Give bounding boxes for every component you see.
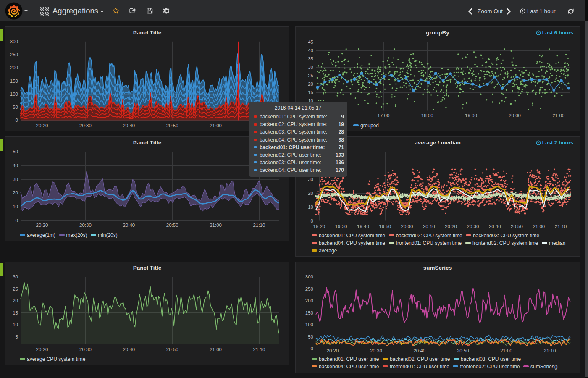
svg-text:20: 20 (308, 191, 313, 196)
svg-text:200: 200 (10, 65, 18, 70)
svg-text:20:40: 20:40 (123, 123, 135, 128)
svg-text:19:20: 19:20 (313, 224, 325, 229)
svg-text:20: 20 (13, 298, 18, 303)
svg-text:20: 20 (308, 81, 313, 87)
svg-text:20:30: 20:30 (79, 347, 92, 352)
svg-text:0: 0 (311, 218, 313, 223)
svg-text:200: 200 (305, 298, 313, 303)
svg-text:0: 0 (311, 346, 313, 351)
svg-text:15: 15 (308, 90, 313, 95)
svg-text:35: 35 (308, 56, 313, 61)
svg-text:21:10: 21:10 (555, 224, 567, 229)
svg-text:20:50: 20:50 (457, 348, 469, 353)
svg-text:100: 100 (10, 92, 18, 97)
svg-text:21:00: 21:00 (500, 348, 512, 353)
svg-text:300: 300 (305, 274, 313, 279)
svg-text:17:00: 17:00 (378, 113, 390, 118)
svg-text:5: 5 (16, 334, 18, 339)
svg-text:20:30: 20:30 (79, 223, 92, 228)
svg-text:50: 50 (308, 334, 313, 339)
svg-text:15: 15 (13, 310, 18, 315)
svg-text:21:00: 21:00 (533, 224, 545, 229)
svg-text:20: 20 (13, 190, 18, 195)
svg-text:21:00: 21:00 (552, 113, 564, 118)
svg-text:20:40: 20:40 (489, 224, 501, 229)
svg-text:25: 25 (13, 286, 18, 291)
svg-text:40: 40 (308, 48, 313, 53)
svg-text:30: 30 (308, 65, 313, 70)
svg-text:19:30: 19:30 (335, 224, 347, 229)
svg-text:45: 45 (308, 39, 313, 45)
svg-text:21:10: 21:10 (544, 348, 556, 353)
svg-text:20:30: 20:30 (79, 123, 92, 128)
svg-text:250: 250 (10, 52, 18, 57)
svg-text:21:10: 21:10 (253, 347, 265, 352)
svg-text:20:50: 20:50 (166, 223, 178, 228)
svg-text:18:00: 18:00 (421, 113, 433, 118)
svg-text:21:00: 21:00 (210, 123, 222, 128)
svg-text:20:20: 20:20 (36, 223, 48, 228)
svg-text:150: 150 (305, 310, 313, 315)
svg-text:20:20: 20:20 (327, 348, 339, 353)
svg-text:25: 25 (308, 73, 313, 78)
svg-text:20:50: 20:50 (511, 224, 523, 229)
svg-text:19:00: 19:00 (465, 113, 477, 118)
svg-text:20:40: 20:40 (413, 348, 425, 353)
svg-text:50: 50 (13, 105, 18, 110)
svg-text:21:00: 21:00 (210, 347, 222, 352)
svg-text:20:30: 20:30 (370, 348, 382, 353)
svg-text:100: 100 (305, 322, 313, 327)
svg-text:20:50: 20:50 (166, 123, 178, 128)
svg-text:250: 250 (305, 286, 313, 291)
svg-text:20:40: 20:40 (123, 347, 135, 352)
svg-text:20:50: 20:50 (166, 347, 178, 352)
svg-text:20:20: 20:20 (445, 224, 457, 229)
svg-text:10: 10 (13, 322, 18, 327)
svg-text:0: 0 (16, 118, 18, 123)
svg-text:21:00: 21:00 (210, 223, 222, 228)
svg-text:19:40: 19:40 (357, 224, 369, 229)
svg-text:30: 30 (13, 274, 18, 279)
svg-text:19:50: 19:50 (379, 224, 391, 229)
svg-text:20:30: 20:30 (467, 224, 479, 229)
svg-text:20:20: 20:20 (36, 123, 48, 128)
svg-text:10: 10 (308, 205, 313, 210)
svg-text:300: 300 (10, 39, 18, 44)
svg-text:20:20: 20:20 (36, 347, 48, 352)
svg-text:20:00: 20:00 (509, 113, 521, 118)
svg-text:21:10: 21:10 (253, 223, 265, 228)
svg-text:10: 10 (13, 204, 18, 209)
svg-text:30: 30 (308, 177, 313, 182)
svg-text:20:10: 20:10 (423, 224, 435, 229)
svg-text:20:40: 20:40 (123, 223, 135, 228)
svg-text:20:00: 20:00 (401, 224, 413, 229)
svg-text:50: 50 (13, 149, 18, 154)
svg-text:0: 0 (16, 218, 18, 223)
svg-text:150: 150 (10, 79, 18, 84)
svg-text:30: 30 (13, 177, 18, 182)
svg-text:40: 40 (13, 163, 18, 168)
